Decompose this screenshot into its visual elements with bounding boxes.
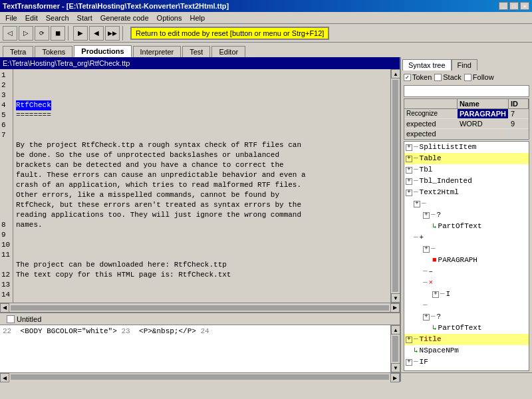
expand-i[interactable]: + (432, 291, 439, 298)
toolbar-btn-6[interactable]: ◀ (89, 26, 104, 41)
expand-q2[interactable]: + (423, 212, 430, 219)
main-area: E:\Tetra\Hosting\Tetra_org\RtfCheck.ttp … (0, 57, 532, 382)
bottom-thumb-h[interactable] (11, 374, 389, 380)
toolbar-btn-4[interactable]: ◼ (51, 26, 65, 41)
tree-item-title: + ─ Title (404, 334, 529, 345)
bottom-scrollbar-h[interactable]: ◀ ▶ (0, 372, 400, 382)
tree-label-q3: ? (437, 312, 442, 322)
bottom-scroll-left[interactable]: ◀ (0, 373, 9, 382)
menu-help[interactable]: Help (186, 13, 209, 23)
toolbar-btn-5[interactable]: ▶ (73, 26, 88, 41)
toolbar-btn-7[interactable]: ▶▶ (105, 26, 120, 41)
menu-search[interactable]: Search (42, 13, 73, 23)
bottom-thumb-v[interactable] (392, 336, 398, 362)
tree-label-plus: + (420, 233, 424, 243)
maximize-button[interactable]: □ (509, 2, 519, 10)
syntax-tab-bar: Syntax tree Find (401, 57, 532, 70)
tree-item-tbl: + ─ Tbl (404, 164, 529, 176)
close-button[interactable]: × (520, 2, 529, 10)
tree-item-dash: ─ – (404, 266, 529, 277)
td-expected-1: expected (404, 119, 458, 128)
bottom-scroll-right[interactable]: ▶ (390, 373, 400, 382)
tree-label-tbl: Tbl (420, 165, 433, 175)
toolbar-btn-3[interactable]: ⟳ (35, 26, 49, 41)
expand-q1[interactable]: + (414, 201, 420, 207)
minimize-button[interactable]: _ (499, 2, 508, 10)
menu-options[interactable]: Options (153, 13, 186, 23)
menu-edit[interactable]: Edit (21, 13, 42, 23)
expand-tbl[interactable]: + (406, 167, 412, 174)
menu-start[interactable]: Start (73, 13, 96, 23)
syntax-filter-box (404, 85, 529, 97)
tab-test[interactable]: Test (182, 46, 210, 57)
tab-productions[interactable]: Productions (74, 45, 131, 57)
tree-label-tbl-indented: Tbl_Indented (420, 176, 472, 186)
tree-item-partoftext1: ↳ PartOfText (404, 221, 529, 232)
tab-find[interactable]: Find (452, 59, 477, 70)
stack-checkbox[interactable] (434, 74, 442, 81)
syntax-filter-input[interactable] (404, 86, 529, 96)
highlighted-text: RtfCheck (16, 100, 51, 110)
stack-label: Stack (443, 73, 462, 81)
tab-syntax-tree[interactable]: Syntax tree (402, 59, 452, 70)
path-bar: E:\Tetra\Hosting\Tetra_org\RtfCheck.ttp (0, 57, 400, 69)
scroll-down-btn[interactable]: ▼ (391, 293, 400, 303)
bottom-pane: Untitled 22 <BODY BGCOLOR="white"> 23 <P… (0, 312, 400, 382)
scroll-up-btn[interactable]: ▲ (391, 69, 400, 78)
toolbar-btn-1[interactable]: ◁ (3, 26, 17, 41)
editor-text[interactable]: RtfCheck ======== By the project RtfChec… (13, 69, 390, 303)
toolbar-btn-2[interactable]: ▷ (19, 26, 33, 41)
syntax-tree-content[interactable]: + ─ SplitListItem + ─ Table + ─ Tbl + ─ … (404, 141, 529, 371)
tab-interpreter[interactable]: Interpreter (133, 46, 182, 57)
expand-title[interactable]: + (406, 336, 412, 343)
editor-scrollbar-h[interactable]: ◀ ▶ (0, 303, 400, 312)
follow-checkbox[interactable] (464, 74, 471, 81)
scroll-right-btn[interactable]: ▶ (390, 303, 400, 313)
td-word: WORD (458, 119, 509, 128)
tree-item-paragraph: ■ PARAGRAPH (404, 255, 529, 266)
tree-item-q1: + ─ (404, 198, 529, 209)
token-checkbox[interactable]: ✓ (404, 74, 411, 81)
expand-text2html[interactable]: + (406, 190, 412, 196)
syntax-row-expected-2: expected (404, 129, 529, 139)
scroll-left-btn[interactable]: ◀ (0, 303, 9, 313)
tree-item-expand2: + ─ (404, 243, 529, 255)
app-title: TextTransformer - [E:\Tetra\Hosting\Text… (3, 2, 229, 10)
td-paragraph: PARAGRAPH (458, 109, 509, 118)
bottom-scrollbar-v[interactable]: ▲ ▼ (390, 325, 400, 372)
col-header-name: Name (458, 99, 509, 108)
expand-q3[interactable]: + (423, 314, 430, 321)
tab-tokens[interactable]: Tokens (35, 46, 72, 57)
bottom-editor[interactable]: 22 <BODY BGCOLOR="white"> 23 <P>&nbsp;</… (0, 325, 390, 372)
tab-tetra[interactable]: Tetra (3, 46, 33, 57)
title-bar: TextTransformer - [E:\Tetra\Hosting\Text… (0, 0, 532, 12)
menu-generate-code[interactable]: Generate code (96, 13, 153, 23)
warning-text: Return to edit mode by reset [button or … (136, 29, 324, 37)
syntax-row-recognize: Recognize PARAGRAPH 7 (404, 109, 529, 119)
scroll-thumb-h[interactable] (11, 305, 389, 311)
bottom-scroll-down[interactable]: ▼ (391, 363, 400, 372)
bottom-scroll-up[interactable]: ▲ (391, 325, 400, 334)
tree-item-cross: ─ × (404, 277, 529, 289)
td-7: 7 (509, 109, 529, 118)
expand-if[interactable]: + (406, 359, 412, 366)
tree-item-empty: ─ (404, 300, 529, 311)
tab-editor[interactable]: Editor (211, 46, 245, 57)
cross-icon: × (429, 278, 434, 288)
expand-tbl-indented[interactable]: + (406, 178, 412, 185)
nspacenpm-icon: ↳ (414, 346, 418, 356)
right-scrollbar-h[interactable] (401, 372, 532, 382)
editor-row: 1 2 3 4 5 6 7 (0, 69, 400, 303)
menu-file[interactable]: File (1, 13, 21, 23)
expand-table[interactable]: + (406, 156, 412, 162)
scroll-thumb-v[interactable] (392, 80, 398, 292)
bottom-tab-untitled[interactable]: Untitled (3, 315, 45, 324)
main-tab-bar: Tetra Tokens Productions Interpreter Tes… (0, 43, 532, 57)
right-panel: Syntax tree Find ✓ Token Stack Follow (401, 57, 532, 382)
syntax-rows: Recognize PARAGRAPH 7 expected WORD 9 ex… (404, 109, 529, 140)
file-path: E:\Tetra\Hosting\Tetra_org\RtfCheck.ttp (3, 59, 130, 67)
expand-splitlistitem[interactable]: + (406, 144, 412, 151)
expand-inner[interactable]: + (423, 246, 430, 253)
paragraph-icon: ■ (432, 255, 437, 265)
editor-scrollbar-v[interactable]: ▲ ▼ (390, 69, 400, 303)
